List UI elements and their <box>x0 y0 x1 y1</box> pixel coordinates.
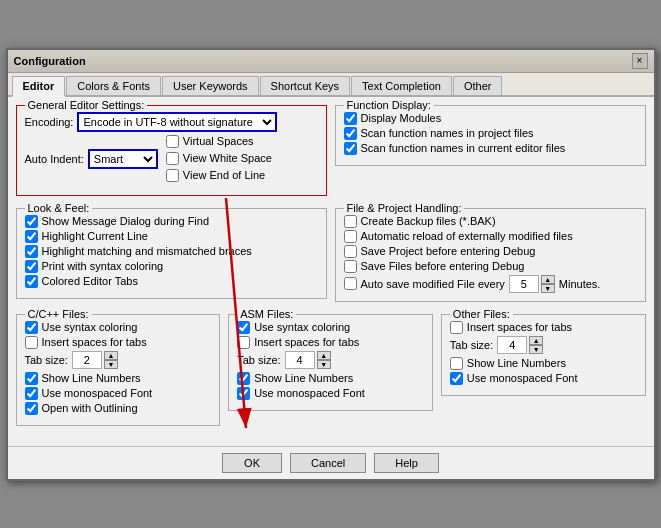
asm-spaces-checkbox[interactable] <box>237 336 250 349</box>
other-files-section: Other Files: Insert spaces for tabs Tab … <box>441 314 646 432</box>
virtual-options: Virtual Spaces View White Space View End… <box>166 135 272 184</box>
fp-item-2: Save Project before entering Debug <box>344 245 637 258</box>
general-editor-box: General Editor Settings: Encoding: Encod… <box>16 105 327 196</box>
cpp-spaces-label: Insert spaces for tabs <box>42 336 147 348</box>
look-item-0-checkbox[interactable] <box>25 215 38 228</box>
other-spaces-row: Insert spaces for tabs <box>450 321 637 334</box>
other-linenos-row: Show Line Numbers <box>450 357 637 370</box>
look-item-1-label: Highlight Current Line <box>42 230 148 242</box>
fp-item-2-checkbox[interactable] <box>344 245 357 258</box>
look-item-4-checkbox[interactable] <box>25 275 38 288</box>
encoding-select[interactable]: Encode in UTF-8 without signature <box>77 112 277 132</box>
auto-save-down-button[interactable]: ▼ <box>541 284 555 293</box>
help-button[interactable]: Help <box>374 453 439 473</box>
fp-item-1-checkbox[interactable] <box>344 230 357 243</box>
cpp-tabsize-input[interactable] <box>72 351 102 369</box>
fp-item-1-label: Automatic reload of externally modified … <box>361 230 573 242</box>
look-item-0: Show Message Dialog during Find <box>25 215 318 228</box>
other-down-button[interactable]: ▼ <box>529 345 543 354</box>
close-button[interactable]: × <box>632 53 648 69</box>
other-linenos-label: Show Line Numbers <box>467 357 566 369</box>
asm-tabsize-label: Tab size: <box>237 354 280 366</box>
tab-user-keywords[interactable]: User Keywords <box>162 76 259 95</box>
other-spaces-checkbox[interactable] <box>450 321 463 334</box>
scan-project-row: Scan function names in project files <box>344 127 637 140</box>
cpp-linenos-checkbox[interactable] <box>25 372 38 385</box>
ok-button[interactable]: OK <box>222 453 282 473</box>
asm-files-section: ASM Files: Use syntax coloring Insert sp… <box>228 314 433 432</box>
view-white-space-row: View White Space <box>166 152 272 165</box>
view-end-of-line-row: View End of Line <box>166 169 272 182</box>
look-item-3-label: Print with syntax coloring <box>42 260 164 272</box>
look-feel-section: Look & Feel: Show Message Dialog during … <box>16 208 327 308</box>
other-mono-checkbox[interactable] <box>450 372 463 385</box>
auto-save-checkbox[interactable] <box>344 277 357 290</box>
display-modules-label: Display Modules <box>361 112 442 124</box>
cancel-button[interactable]: Cancel <box>290 453 366 473</box>
fp-item-0-checkbox[interactable] <box>344 215 357 228</box>
virtual-spaces-label: Virtual Spaces <box>183 135 254 147</box>
look-item-2-label: Highlight matching and mismatched braces <box>42 245 252 257</box>
auto-save-up-button[interactable]: ▲ <box>541 275 555 284</box>
asm-down-button[interactable]: ▼ <box>317 360 331 369</box>
tab-editor[interactable]: Editor <box>12 76 66 97</box>
tab-shortcut-keys[interactable]: Shortcut Keys <box>260 76 350 95</box>
cpp-spin-buttons: ▲ ▼ <box>104 351 118 369</box>
other-files-title: Other Files: <box>450 308 513 320</box>
other-files-box: Other Files: Insert spaces for tabs Tab … <box>441 314 646 396</box>
encoding-row: Encoding: Encode in UTF-8 without signat… <box>25 112 318 132</box>
asm-mono-checkbox[interactable] <box>237 387 250 400</box>
view-end-of-line-checkbox[interactable] <box>166 169 179 182</box>
other-tabsize-row: Tab size: ▲ ▼ <box>450 336 637 354</box>
view-end-of-line-label: View End of Line <box>183 169 265 181</box>
look-item-2-checkbox[interactable] <box>25 245 38 258</box>
asm-files-box: ASM Files: Use syntax coloring Insert sp… <box>228 314 433 411</box>
scan-editor-checkbox[interactable] <box>344 142 357 155</box>
auto-save-input[interactable] <box>509 275 539 293</box>
bottom-section: C/C++ Files: Use syntax coloring Insert … <box>16 314 646 432</box>
auto-indent-select[interactable]: Smart <box>88 149 158 169</box>
asm-spin-buttons: ▲ ▼ <box>317 351 331 369</box>
title-bar: Configuration × <box>8 50 654 73</box>
cpp-up-button[interactable]: ▲ <box>104 351 118 360</box>
look-feel-title: Look & Feel: <box>25 202 93 214</box>
cpp-mono-label: Use monospaced Font <box>42 387 153 399</box>
view-white-space-checkbox[interactable] <box>166 152 179 165</box>
fp-item-3-checkbox[interactable] <box>344 260 357 273</box>
general-editor-section: General Editor Settings: Encoding: Encod… <box>16 105 327 202</box>
tab-other[interactable]: Other <box>453 76 503 95</box>
asm-mono-row: Use monospaced Font <box>237 387 424 400</box>
look-item-3-checkbox[interactable] <box>25 260 38 273</box>
look-item-0-label: Show Message Dialog during Find <box>42 215 210 227</box>
tab-colors-fonts[interactable]: Colors & Fonts <box>66 76 161 95</box>
tab-text-completion[interactable]: Text Completion <box>351 76 452 95</box>
cpp-files-box: C/C++ Files: Use syntax coloring Insert … <box>16 314 221 426</box>
cpp-spaces-checkbox[interactable] <box>25 336 38 349</box>
other-tabsize-label: Tab size: <box>450 339 493 351</box>
virtual-spaces-checkbox[interactable] <box>166 135 179 148</box>
other-up-button[interactable]: ▲ <box>529 336 543 345</box>
asm-syntax-checkbox[interactable] <box>237 321 250 334</box>
asm-up-button[interactable]: ▲ <box>317 351 331 360</box>
general-editor-title: General Editor Settings: <box>25 99 148 111</box>
other-mono-label: Use monospaced Font <box>467 372 578 384</box>
cpp-down-button[interactable]: ▼ <box>104 360 118 369</box>
look-item-1-checkbox[interactable] <box>25 230 38 243</box>
asm-spaces-row: Insert spaces for tabs <box>237 336 424 349</box>
asm-linenos-checkbox[interactable] <box>237 372 250 385</box>
cpp-syntax-label: Use syntax coloring <box>42 321 138 333</box>
cpp-tabsize-spinbox: ▲ ▼ <box>72 351 118 369</box>
fp-item-0-label: Create Backup files (*.BAK) <box>361 215 496 227</box>
other-tabsize-input[interactable] <box>497 336 527 354</box>
auto-save-spin-buttons: ▲ ▼ <box>541 275 555 293</box>
display-modules-checkbox[interactable] <box>344 112 357 125</box>
cpp-outlining-label: Open with Outlining <box>42 402 138 414</box>
asm-tabsize-input[interactable] <box>285 351 315 369</box>
cpp-mono-checkbox[interactable] <box>25 387 38 400</box>
scan-project-checkbox[interactable] <box>344 127 357 140</box>
other-linenos-checkbox[interactable] <box>450 357 463 370</box>
cpp-outlining-checkbox[interactable] <box>25 402 38 415</box>
function-display-title: Function Display: <box>344 99 434 111</box>
fp-item-2-label: Save Project before entering Debug <box>361 245 536 257</box>
cpp-syntax-checkbox[interactable] <box>25 321 38 334</box>
